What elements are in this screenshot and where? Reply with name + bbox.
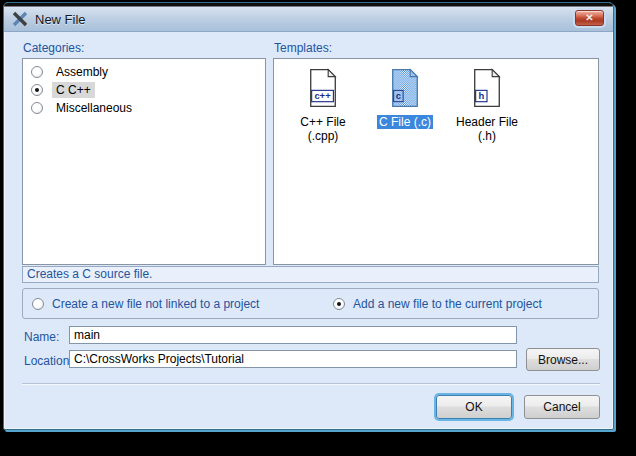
cancel-button[interactable]: Cancel xyxy=(524,395,600,419)
close-button[interactable]: ✕ xyxy=(575,10,604,26)
separator xyxy=(22,383,600,385)
svg-text:c++: c++ xyxy=(314,90,331,101)
radio-unselected-icon[interactable] xyxy=(31,102,43,114)
new-file-dialog: New File ✕ Categories: Templates: Assemb… xyxy=(3,2,614,430)
radio-option-add-to-project[interactable]: Add a new file to the current project xyxy=(333,297,542,311)
radio-unselected-icon[interactable] xyxy=(31,66,43,78)
radio-selected-icon[interactable] xyxy=(31,84,43,96)
browse-button[interactable]: Browse... xyxy=(526,348,600,371)
cpp-file-icon: c++ xyxy=(306,68,340,108)
category-label: C C++ xyxy=(52,82,95,98)
ok-button[interactable]: OK xyxy=(436,395,512,419)
status-text: Creates a C source file. xyxy=(27,267,152,281)
close-icon: ✕ xyxy=(585,12,593,23)
window-title: New File xyxy=(35,12,86,27)
template-item-cpp-file[interactable]: c++ C++ File (.cpp) xyxy=(282,68,364,143)
template-label: C++ File (.cpp) xyxy=(282,115,364,143)
header-file-icon: h xyxy=(470,68,504,108)
category-option-miscellaneous[interactable]: Miscellaneous xyxy=(31,99,265,117)
templates-label: Templates: xyxy=(274,41,332,55)
radio-option-not-linked[interactable]: Create a new file not linked to a projec… xyxy=(32,297,259,311)
radio-selected-icon[interactable] xyxy=(333,298,345,310)
location-input[interactable] xyxy=(69,350,517,368)
svg-text:h: h xyxy=(478,90,484,101)
template-item-c-file[interactable]: c C File (.c) xyxy=(364,68,446,129)
svg-text:c: c xyxy=(396,90,401,101)
category-option-c-cpp[interactable]: C C++ xyxy=(31,81,265,99)
crossworks-logo-icon xyxy=(11,10,29,28)
category-label: Miscellaneous xyxy=(52,100,136,116)
radio-option-label: Create a new file not linked to a projec… xyxy=(52,297,259,311)
name-label: Name: xyxy=(24,330,59,344)
categories-listbox: Assembly C C++ Miscellaneous xyxy=(22,58,266,265)
categories-label: Categories: xyxy=(23,41,84,55)
radio-unselected-icon[interactable] xyxy=(32,298,44,310)
templates-listbox: c++ C++ File (.cpp) c xyxy=(273,58,599,265)
name-input[interactable] xyxy=(69,326,517,344)
category-label: Assembly xyxy=(52,64,112,80)
location-label: Location: xyxy=(24,354,73,368)
link-options-group: Create a new file not linked to a projec… xyxy=(22,288,599,319)
category-option-assembly[interactable]: Assembly xyxy=(31,63,265,81)
title-bar[interactable]: New File ✕ xyxy=(4,3,613,32)
template-label: C File (.c) xyxy=(364,115,446,129)
template-item-header-file[interactable]: h Header File (.h) xyxy=(446,68,528,143)
c-file-icon-selected: c xyxy=(388,68,422,108)
radio-option-label: Add a new file to the current project xyxy=(353,297,542,311)
template-label: Header File (.h) xyxy=(446,115,528,143)
status-bar: Creates a C source file. xyxy=(22,266,599,283)
